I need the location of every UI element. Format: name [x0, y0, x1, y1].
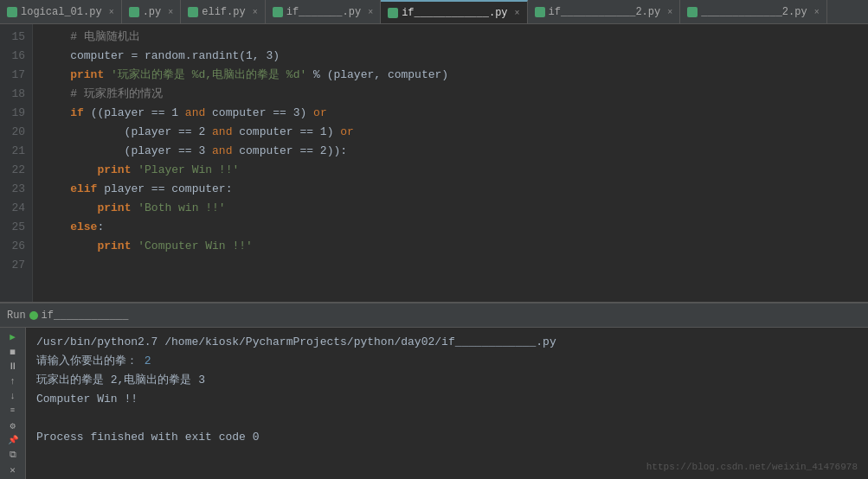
tab-label: if____________2.py [549, 6, 661, 18]
code-line-18: # 玩家胜利的情况 [43, 85, 868, 104]
code-line-20: (player == 2 and computer == 1) or [43, 123, 868, 142]
tab-label: if_______.py [286, 6, 361, 18]
tab-close-icon[interactable]: × [814, 8, 820, 17]
run-scroll-down-button[interactable]: ↓ [4, 390, 22, 401]
tab-file-icon [129, 7, 139, 17]
code-line-21: (player == 3 and computer == 2)): [43, 142, 868, 161]
run-output-line1: /usr/bin/python2.7 /home/kiosk/PycharmPr… [36, 333, 858, 352]
tab-if1[interactable]: if_______.py × [266, 0, 381, 24]
run-copy-button[interactable]: ⧉ [4, 450, 22, 461]
run-header: Run if____________ [0, 303, 868, 328]
run-scroll-up-button[interactable]: ↑ [4, 375, 22, 386]
tab-file-icon [535, 7, 545, 17]
run-header-label: Run if____________ [7, 310, 128, 322]
editor-area: 15 16 17 18 19 20 21 22 23 24 25 26 27 #… [0, 24, 868, 302]
run-wrap-button[interactable]: ≡ [4, 405, 22, 416]
tab-label: logical_01.py [21, 6, 102, 18]
run-input-value: 2 [145, 354, 151, 367]
tab-file-icon [687, 7, 698, 17]
run-file-label: if____________ [42, 310, 129, 322]
line-numbers: 15 16 17 18 19 20 21 22 23 24 25 26 27 [0, 24, 33, 302]
tab-file-icon [388, 8, 398, 18]
run-status-dot [29, 311, 38, 320]
tab-file-icon [273, 7, 283, 17]
tab-close-icon[interactable]: × [368, 8, 373, 17]
code-line-17: print '玩家出的拳是 %d,电脑出的拳是 %d' % (player, c… [43, 66, 868, 85]
code-line-19: if ((player == 1 and computer == 3) or [43, 104, 868, 123]
tab-label: elif.py [202, 6, 245, 18]
tab-close-icon[interactable]: × [168, 8, 173, 17]
run-output-line4: Computer Win !! [36, 390, 858, 409]
tab-if3[interactable]: if____________2.py × [528, 0, 681, 24]
code-editor[interactable]: # 电脑随机出 computer = random.randint(1, 3) … [33, 24, 868, 302]
code-line-25: else: [43, 218, 868, 237]
watermark: https://blog.csdn.net/weixin_41476978 [646, 462, 858, 472]
code-line-27 [43, 256, 868, 275]
run-stop-button[interactable]: ◼ [4, 346, 22, 357]
run-output-container: /usr/bin/python2.7 /home/kiosk/PycharmPr… [26, 328, 868, 479]
tab-label: _____________2.py [701, 6, 807, 18]
tab-file-icon [7, 7, 17, 17]
code-line-15: # 电脑随机出 [43, 28, 868, 47]
tab-blank2[interactable]: _____________2.py × [680, 0, 826, 24]
tab-label: if____________.py [402, 7, 507, 19]
tab-bar: logical_01.py × ­­­.py × elif.py × if___… [0, 0, 868, 24]
run-toolbar: ▶ ◼ ⏸ ↑ ↓ ≡ ⚙ 📌 ⧉ ✕ [0, 328, 26, 479]
tab-close-icon[interactable]: × [667, 8, 672, 17]
tab-elif[interactable]: elif.py × [181, 0, 265, 24]
tab-blank1[interactable]: ­­­.py × [122, 0, 182, 24]
tab-label: ­­­.py [143, 6, 162, 18]
run-close-button[interactable]: ✕ [4, 464, 22, 476]
run-panel: Run if____________ ▶ ◼ ⏸ ↑ ↓ ≡ ⚙ 📌 ⧉ ✕ /… [0, 302, 868, 479]
run-output-line5 [36, 409, 858, 428]
tab-if2[interactable]: if____________.py × [381, 0, 527, 24]
code-line-23: elif player == computer: [43, 180, 868, 199]
run-output-line3: 玩家出的拳是 2,电脑出的拳是 3 [36, 371, 858, 390]
run-pause-button[interactable]: ⏸ [4, 361, 22, 372]
run-body: ▶ ◼ ⏸ ↑ ↓ ≡ ⚙ 📌 ⧉ ✕ /usr/bin/python2.7 /… [0, 328, 868, 479]
tab-close-icon[interactable]: × [515, 9, 520, 18]
tab-logical01[interactable]: logical_01.py × [0, 0, 122, 24]
tab-close-icon[interactable]: × [109, 8, 114, 17]
code-line-26: print 'Computer Win !!' [43, 237, 868, 256]
run-label: Run [7, 310, 26, 322]
code-line-16: computer = random.randint(1, 3) [43, 47, 868, 66]
run-output[interactable]: /usr/bin/python2.7 /home/kiosk/PycharmPr… [26, 328, 868, 479]
run-output-line2: 请输入你要出的拳： 2 [36, 352, 858, 371]
tab-close-icon[interactable]: × [253, 8, 258, 17]
code-line-22: print 'Player Win !!' [43, 161, 868, 180]
code-line-24: print 'Both win !!' [43, 199, 868, 218]
tab-file-icon [188, 7, 198, 17]
run-pin-button[interactable]: 📌 [4, 435, 22, 446]
run-settings-button[interactable]: ⚙ [4, 420, 22, 431]
run-play-button[interactable]: ▶ [4, 331, 22, 342]
run-output-line6: Process finished with exit code 0 [36, 428, 858, 447]
